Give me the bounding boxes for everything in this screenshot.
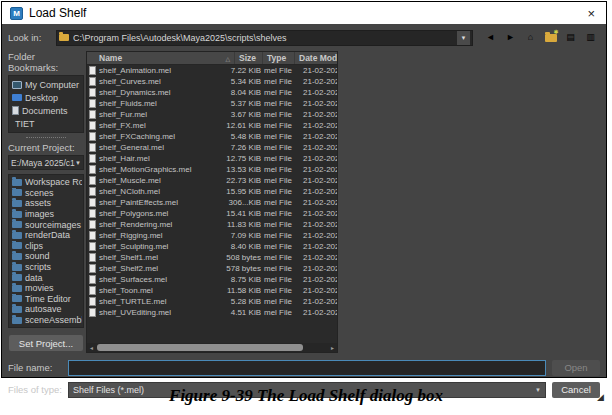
workspace-folder-item[interactable]: Time Editor [10, 294, 82, 305]
toolbar-icon[interactable]: ► [503, 30, 518, 45]
workspace-folder-item[interactable]: sceneAssembly [10, 315, 82, 326]
toolbar: ◄ ► ⌂ ▤ ▥ [477, 30, 600, 45]
column-header-name[interactable]: Name △ [87, 52, 235, 64]
file-size-cell: 578 bytes [211, 264, 261, 273]
table-row[interactable]: shelf_Shelf1.mel 508 bytes mel File 21-0… [87, 252, 337, 263]
workspace-folder-item[interactable]: images [10, 209, 82, 220]
file-type-cell: mel File [261, 88, 297, 97]
workspace-folder-item[interactable]: assets [10, 198, 82, 209]
column-header-size[interactable]: Size [235, 52, 263, 64]
file-date-cell: 21-02-2024 [297, 77, 337, 86]
file-name-cell: shelf_Shelf2.mel [99, 264, 211, 273]
scrollbar-track[interactable] [95, 344, 329, 351]
splitter-handle[interactable] [8, 133, 84, 142]
open-button[interactable]: Open [552, 360, 600, 376]
look-in-row: Look in: C:\Program Files\Autodesk\Maya2… [8, 29, 600, 46]
file-icon [89, 187, 96, 196]
file-list: Name △ Size Type Date Modified shelf_Ani… [86, 51, 338, 353]
bookmark-item[interactable]: Documents [10, 104, 82, 117]
workspace-folder-item[interactable]: Workspace Root [10, 177, 82, 188]
file-name-cell: shelf_Fur.mel [99, 110, 211, 119]
table-row[interactable]: shelf_Hair.mel 12.75 KiB mel File 21-02-… [87, 153, 337, 164]
column-header-type[interactable]: Type [263, 52, 295, 64]
file-name-cell: shelf_FXCaching.mel [99, 132, 211, 141]
workspace-folder-label: scripts [25, 262, 51, 272]
file-list-header: Name △ Size Type Date Modified [87, 52, 337, 65]
sidebar: Folder Bookmarks: My Computer Desktop Do… [6, 51, 86, 353]
toolbar-icon[interactable]: ◄ [483, 30, 498, 45]
toolbar-icon[interactable]: ⌂ [523, 30, 538, 45]
table-row[interactable]: shelf_TURTLE.mel 5.28 KiB mel File 21-02… [87, 296, 337, 307]
workspace-folder-item[interactable]: data [10, 272, 82, 283]
file-date-cell: 21-02-2024 [297, 308, 337, 317]
table-row[interactable]: shelf_Polygons.mel 15.41 KiB mel File 21… [87, 208, 337, 219]
bookmark-item[interactable]: My Computer [10, 78, 82, 91]
file-type-cell: mel File [261, 308, 297, 317]
file-name-cell: shelf_Surfaces.mel [99, 275, 211, 284]
workspace-folder-item[interactable]: movies [10, 283, 82, 294]
close-icon[interactable]: × [584, 7, 598, 20]
bookmark-item[interactable]: TIET [10, 117, 82, 130]
workspace-folder-item[interactable]: scenes [10, 188, 82, 199]
toolbar-icon[interactable]: ▥ [583, 30, 598, 45]
workspace-folder-item[interactable]: sourceimages [10, 219, 82, 230]
horizontal-scrollbar[interactable]: ◄ ► [87, 343, 337, 352]
table-row[interactable]: shelf_Shelf2.mel 578 bytes mel File 21-0… [87, 263, 337, 274]
table-row[interactable]: shelf_UVEditing.mel 4.51 KiB mel File 21… [87, 307, 337, 318]
table-row[interactable]: shelf_Animation.mel 7.22 KiB mel File 21… [87, 65, 337, 76]
workspace-folder-item[interactable]: autosave [10, 304, 82, 315]
file-name-cell: shelf_Toon.mel [99, 286, 211, 295]
table-row[interactable]: shelf_Curves.mel 5.34 KiB mel File 21-02… [87, 76, 337, 87]
toolbar-icon[interactable] [543, 30, 558, 45]
file-icon [89, 275, 96, 284]
folder-icon [12, 295, 22, 302]
folder-icon [59, 34, 69, 41]
file-icon [89, 132, 96, 141]
file-type-cell: mel File [261, 220, 297, 229]
table-row[interactable]: shelf_General.mel 7.26 KiB mel File 21-0… [87, 142, 337, 153]
table-row[interactable]: shelf_FX.mel 12.61 KiB mel File 21-02-20… [87, 120, 337, 131]
toolbar-icon[interactable]: ▤ [563, 30, 578, 45]
current-path: C:\Program Files\Autodesk\Maya2025\scrip… [73, 33, 287, 43]
documents-icon [12, 106, 19, 115]
scroll-left-icon[interactable]: ◄ [88, 345, 95, 351]
file-date-cell: 21-02-2024 [297, 209, 337, 218]
title-bar[interactable]: M Load Shelf × [2, 2, 606, 24]
table-row[interactable]: shelf_NCloth.mel 15.95 KiB mel File 21-0… [87, 186, 337, 197]
workspace-folder-item[interactable]: renderData [10, 230, 82, 241]
table-row[interactable]: shelf_Sculpting.mel 8.40 KiB mel File 21… [87, 241, 337, 252]
load-shelf-dialog: M Load Shelf × Look in: C:\Program Files… [1, 1, 607, 378]
bookmark-item[interactable]: Desktop [10, 91, 82, 104]
table-row[interactable]: shelf_MotionGraphics.mel 13.53 KiB mel F… [87, 164, 337, 175]
workspace-folder-label: scenes [25, 188, 54, 198]
workspace-folder-label: Time Editor [25, 294, 71, 304]
table-row[interactable]: shelf_PaintEffects.mel 306...KiB mel Fil… [87, 197, 337, 208]
table-row[interactable]: shelf_Dynamics.mel 8.04 KiB mel File 21-… [87, 87, 337, 98]
current-project-label: Current Project: [8, 142, 84, 153]
table-row[interactable]: shelf_Toon.mel 11.58 KiB mel File 21-02-… [87, 285, 337, 296]
file-date-cell: 21-02-2024 [297, 198, 337, 207]
path-combobox[interactable]: C:\Program Files\Autodesk\Maya2025\scrip… [56, 30, 473, 46]
set-project-button[interactable]: Set Project... [9, 335, 83, 351]
file-date-cell: 21-02-2024 [297, 242, 337, 251]
path-dropdown-icon[interactable]: ▼ [457, 31, 470, 45]
current-project-dropdown[interactable]: E:/Maya 2025/c16_t ▼ [8, 155, 84, 170]
table-row[interactable]: shelf_Rigging.mel 7.09 KiB mel File 21-0… [87, 230, 337, 241]
file-size-cell: 5.28 KiB [211, 297, 261, 306]
scroll-right-icon[interactable]: ► [329, 345, 336, 351]
table-row[interactable]: shelf_FXCaching.mel 5.48 KiB mel File 21… [87, 131, 337, 142]
file-name-input[interactable] [68, 360, 546, 376]
column-header-date[interactable]: Date Modified [295, 52, 337, 64]
table-row[interactable]: shelf_Surfaces.mel 8.75 KiB mel File 21-… [87, 274, 337, 285]
file-icon [89, 231, 96, 240]
table-row[interactable]: shelf_Fluids.mel 5.37 KiB mel File 21-02… [87, 98, 337, 109]
table-row[interactable]: shelf_Rendering.mel 11.83 KiB mel File 2… [87, 219, 337, 230]
workspace-folder-item[interactable]: sound [10, 251, 82, 262]
workspace-folder-label: images [25, 209, 54, 219]
table-row[interactable]: shelf_Muscle.mel 22.73 KiB mel File 21-0… [87, 175, 337, 186]
table-row[interactable]: shelf_Fur.mel 3.67 KiB mel File 21-02-20… [87, 109, 337, 120]
workspace-folder-item[interactable]: clips [10, 241, 82, 252]
file-size-cell: 7.26 KiB [211, 143, 261, 152]
scrollbar-thumb[interactable] [97, 344, 303, 351]
workspace-folder-item[interactable]: scripts [10, 262, 82, 273]
